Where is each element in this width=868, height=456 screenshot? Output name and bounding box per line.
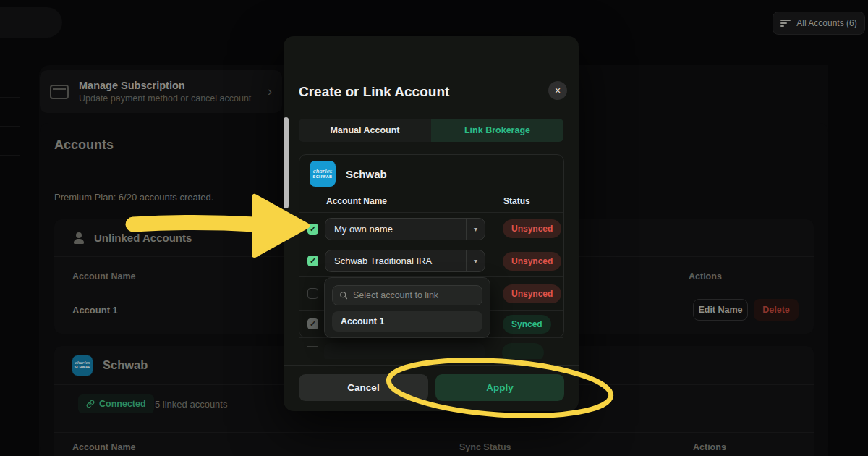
person-icon — [72, 232, 85, 245]
schwab-brand-name: Schwab — [103, 358, 148, 372]
account-name-select[interactable]: Schwab Traditional IRA ▾ — [325, 250, 485, 272]
left-rail — [0, 65, 20, 456]
delete-button[interactable]: Delete — [754, 299, 799, 321]
brokerage-name: Schwab — [346, 168, 387, 180]
column-account-name: Account Name — [72, 442, 136, 452]
chevron-down-icon: ▾ — [466, 250, 485, 271]
manage-subscription-row[interactable]: Manage Subscription Update payment metho… — [40, 70, 282, 113]
checkbox-checked-disabled: ✓ — [307, 318, 318, 329]
edit-name-button[interactable]: Edit Name — [693, 299, 748, 321]
checkbox-checked[interactable]: ✓ — [307, 256, 318, 266]
cancel-button[interactable]: Cancel — [299, 374, 428, 401]
account-search-box[interactable] — [332, 285, 482, 305]
manage-subscription-title: Manage Subscription — [79, 80, 251, 91]
plan-status-text: Premium Plan: 6/20 accounts created. — [54, 192, 213, 203]
status-badge: Unsynced — [503, 284, 561, 303]
tab-manual-account[interactable]: Manual Account — [299, 119, 431, 142]
brokerage-brand-row: charlesSCHWAB Schwab — [299, 155, 563, 193]
apply-button[interactable]: Apply — [435, 374, 564, 401]
select-partial — [324, 343, 485, 359]
unlinked-account-name: Account 1 — [72, 305, 118, 316]
account-name-select[interactable]: My own name ▾ — [325, 218, 485, 240]
schwab-logo: charlesSCHWAB — [72, 355, 93, 376]
available-connections-list: charlesSCHWAB Schwab Account Name Status… — [299, 154, 564, 338]
status-badge: Unsynced — [503, 252, 561, 271]
close-icon[interactable]: × — [548, 81, 567, 100]
column-actions: Actions — [693, 442, 726, 452]
column-sync-status: Sync Status — [459, 442, 511, 452]
column-status: Status — [503, 196, 530, 206]
column-account-name: Account Name — [72, 271, 136, 282]
accounts-heading: Accounts — [54, 138, 114, 153]
partial-top-left-button[interactable] — [0, 7, 62, 38]
column-actions: Actions — [689, 271, 722, 282]
divider — [54, 432, 814, 433]
link-icon — [86, 400, 95, 408]
modal-title: Create or Link Account — [299, 84, 449, 100]
connection-row: ✓ My own name ▾ Unsynced — [299, 213, 563, 245]
checkbox-checked[interactable]: ✓ — [307, 224, 318, 235]
all-accounts-label: All Accounts (6) — [796, 18, 856, 28]
checkbox-unchecked[interactable] — [307, 288, 318, 299]
search-input[interactable] — [353, 290, 475, 300]
unlinked-accounts-title: Unlinked Accounts — [94, 232, 192, 244]
modal-tabs: Manual Account Link Brokerage — [299, 119, 563, 142]
modal-list-scrollbar[interactable] — [284, 117, 289, 208]
linked-accounts-count: 5 linked accounts — [155, 399, 227, 410]
account-link-dropdown-panel: Account 1 — [324, 277, 490, 338]
dropdown-option-account-1[interactable]: Account 1 — [332, 311, 482, 332]
all-accounts-button[interactable]: All Accounts (6) — [773, 12, 865, 35]
chevron-right-icon: › — [268, 84, 272, 99]
partially-visible-row — [299, 342, 564, 359]
column-account-name: Account Name — [326, 196, 387, 206]
connected-status-badge: Connected — [78, 394, 154, 413]
tab-link-brokerage[interactable]: Link Brokerage — [431, 119, 563, 142]
checkbox-partial — [307, 346, 318, 352]
create-or-link-account-modal: Create or Link Account × Manual Account … — [284, 36, 579, 411]
divider — [284, 365, 579, 366]
status-badge: Unsynced — [503, 219, 561, 238]
credit-card-icon — [50, 85, 69, 99]
search-icon — [339, 291, 348, 300]
list-column-headers: Account Name Status — [299, 193, 563, 213]
status-badge: Synced — [503, 315, 551, 334]
badge-partial — [502, 343, 544, 359]
manage-subscription-subtitle: Update payment method or cancel account — [79, 93, 251, 104]
connection-row: ✓ Schwab Traditional IRA ▾ Unsynced — [299, 245, 563, 277]
filter-icon — [780, 18, 791, 29]
chevron-down-icon: ▾ — [466, 219, 485, 240]
schwab-logo: charlesSCHWAB — [310, 161, 336, 187]
